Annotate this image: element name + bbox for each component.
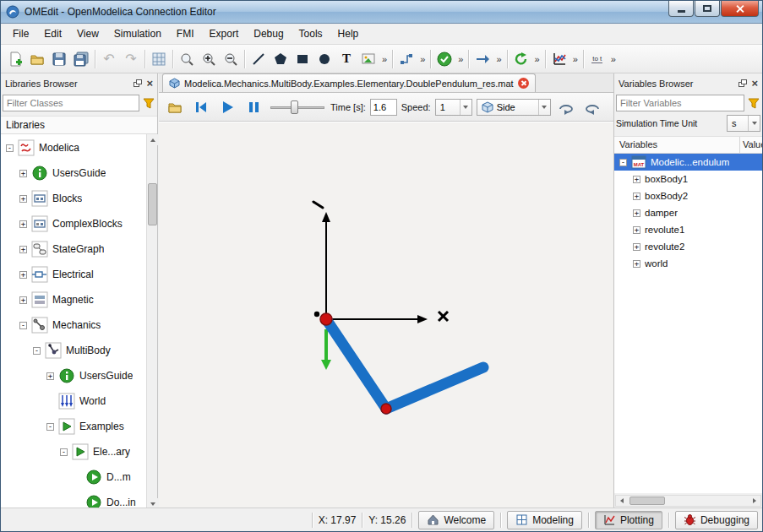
menu-export[interactable]: Export bbox=[202, 24, 247, 43]
scroll-up-icon[interactable] bbox=[147, 134, 158, 145]
tab-doublependulum-result[interactable]: Modelica.Mechanics.MultiBody.Examples.El… bbox=[162, 73, 536, 92]
zoom-out-button[interactable] bbox=[220, 48, 242, 70]
open-result-button[interactable] bbox=[164, 96, 186, 118]
bitmap-shape-button[interactable] bbox=[357, 48, 379, 70]
lib-item-elementary[interactable]: - Ele...ary bbox=[1, 440, 146, 464]
lib-item-doublependulum[interactable]: D...m bbox=[1, 465, 146, 489]
open-file-button[interactable] bbox=[26, 48, 48, 70]
new-modelica-class-button[interactable] bbox=[4, 48, 26, 70]
new-plot-window-button[interactable] bbox=[548, 48, 570, 70]
lib-item-electrical[interactable]: + Electrical bbox=[1, 263, 146, 286]
lib-item-complexblocks[interactable]: + ComplexBlocks bbox=[1, 212, 146, 236]
expander-icon[interactable]: + bbox=[46, 372, 54, 380]
var-item-damper[interactable]: + damper bbox=[614, 204, 762, 221]
lib-item-world[interactable]: World bbox=[1, 389, 146, 413]
line-shape-button[interactable] bbox=[248, 48, 270, 70]
value-column[interactable]: Value bbox=[740, 137, 762, 153]
undo-button[interactable]: ↶ bbox=[98, 48, 120, 70]
menu-simulation[interactable]: Simulation bbox=[106, 24, 169, 43]
var-item-result-file[interactable]: - MAT Modelic...endulum bbox=[614, 154, 762, 171]
expander-icon[interactable]: + bbox=[633, 226, 640, 234]
time-unit-combobox[interactable]: s bbox=[727, 115, 760, 132]
save-all-button[interactable] bbox=[70, 48, 92, 70]
expander-icon[interactable]: + bbox=[19, 170, 27, 177]
menu-file[interactable]: File bbox=[5, 24, 36, 43]
animation-time-slider[interactable] bbox=[269, 99, 326, 116]
time-input[interactable] bbox=[370, 99, 397, 116]
lib-item-multibody[interactable]: - MultiBody bbox=[1, 339, 146, 362]
animation-canvas[interactable] bbox=[159, 122, 613, 509]
lib-item-usersguide[interactable]: + UsersGuide bbox=[1, 161, 146, 185]
menu-fmi[interactable]: FMI bbox=[169, 24, 202, 43]
menu-edit[interactable]: Edit bbox=[36, 24, 69, 43]
lib-item-magnetic[interactable]: + Magnetic bbox=[1, 288, 146, 312]
check-model-button[interactable] bbox=[433, 48, 455, 70]
connect-mode-button[interactable] bbox=[395, 48, 417, 70]
expander-icon[interactable]: + bbox=[633, 176, 640, 183]
variables-column[interactable]: Variables bbox=[614, 137, 740, 153]
redo-button[interactable]: ↷ bbox=[120, 48, 142, 70]
minimize-button[interactable] bbox=[668, 1, 694, 17]
rotate-view-cw-button[interactable] bbox=[581, 96, 603, 118]
filter-classes-input[interactable] bbox=[3, 95, 139, 111]
maximize-button[interactable] bbox=[695, 1, 720, 17]
libraries-scrollbar[interactable] bbox=[146, 134, 157, 509]
expander-icon[interactable]: - bbox=[6, 144, 14, 152]
scrollbar-thumb[interactable] bbox=[629, 497, 665, 505]
scroll-right-icon[interactable] bbox=[749, 496, 760, 506]
expander-icon[interactable]: + bbox=[19, 220, 27, 228]
var-item-revolute2[interactable]: + revolute2 bbox=[614, 238, 762, 255]
filter-funnel-icon[interactable] bbox=[747, 96, 760, 110]
re-simulate-button[interactable] bbox=[510, 48, 532, 70]
close-panel-icon[interactable]: × bbox=[751, 79, 758, 89]
rotate-view-ccw-button[interactable] bbox=[555, 96, 577, 118]
lib-item-mechanics[interactable]: - Mechanics bbox=[1, 313, 146, 337]
overflow-chevron[interactable]: » bbox=[608, 54, 619, 64]
var-item-boxbody2[interactable]: + boxBody2 bbox=[614, 187, 762, 204]
expander-icon[interactable]: + bbox=[19, 271, 27, 279]
plotting-view-button[interactable]: Plotting bbox=[595, 511, 662, 529]
modeling-view-button[interactable]: Modeling bbox=[507, 511, 582, 529]
var-item-boxbody1[interactable]: + boxBody1 bbox=[614, 171, 762, 187]
play-button[interactable] bbox=[216, 96, 238, 118]
overflow-chevron[interactable]: » bbox=[532, 54, 542, 64]
menu-tools[interactable]: Tools bbox=[292, 24, 330, 43]
overflow-chevron[interactable]: » bbox=[570, 54, 580, 64]
zoom-button[interactable] bbox=[176, 48, 198, 70]
lib-item-blocks[interactable]: + Blocks bbox=[1, 187, 146, 210]
double-pendulum-scene[interactable] bbox=[159, 122, 613, 509]
transition-mode-button[interactable] bbox=[471, 48, 493, 70]
expander-icon[interactable]: - bbox=[33, 347, 41, 355]
lib-item-doublependulum-init[interactable]: Do...in bbox=[1, 491, 146, 509]
overflow-chevron[interactable]: » bbox=[455, 54, 466, 64]
overflow-chevron[interactable]: » bbox=[417, 54, 428, 64]
expander-icon[interactable]: - bbox=[46, 423, 54, 431]
save-button[interactable] bbox=[48, 48, 70, 70]
polygon-shape-button[interactable] bbox=[270, 48, 292, 70]
filter-funnel-icon[interactable] bbox=[142, 96, 155, 110]
debugging-view-button[interactable]: Debugging bbox=[675, 511, 758, 529]
float-panel-icon[interactable] bbox=[738, 79, 748, 89]
slider-thumb[interactable] bbox=[291, 100, 298, 114]
rectangle-shape-button[interactable] bbox=[292, 48, 313, 70]
ellipse-shape-button[interactable] bbox=[313, 48, 335, 70]
overflow-chevron[interactable]: » bbox=[493, 54, 504, 64]
lib-item-stategraph[interactable]: + StateGraph bbox=[1, 237, 146, 261]
expander-icon[interactable]: + bbox=[633, 193, 640, 200]
zoom-in-button[interactable] bbox=[198, 48, 220, 70]
var-item-revolute1[interactable]: + revolute1 bbox=[614, 221, 762, 238]
lib-item-usersguide-multibody[interactable]: + UsersGuide bbox=[1, 364, 146, 388]
lib-item-examples[interactable]: - Examples bbox=[1, 415, 146, 438]
expander-icon[interactable]: + bbox=[633, 260, 640, 268]
speed-combobox[interactable]: 1 bbox=[435, 99, 472, 116]
expander-icon[interactable]: + bbox=[633, 243, 640, 251]
menu-help[interactable]: Help bbox=[330, 24, 367, 43]
initialize-button[interactable] bbox=[190, 96, 212, 118]
lib-item-modelica[interactable]: - Modelica bbox=[1, 136, 146, 160]
tab-close-icon[interactable] bbox=[518, 78, 529, 89]
filter-variables-input[interactable] bbox=[616, 95, 744, 111]
menu-debug[interactable]: Debug bbox=[246, 24, 291, 43]
expander-icon[interactable]: - bbox=[619, 159, 627, 166]
scrollbar-thumb[interactable] bbox=[148, 183, 157, 225]
menu-view[interactable]: View bbox=[69, 24, 106, 43]
